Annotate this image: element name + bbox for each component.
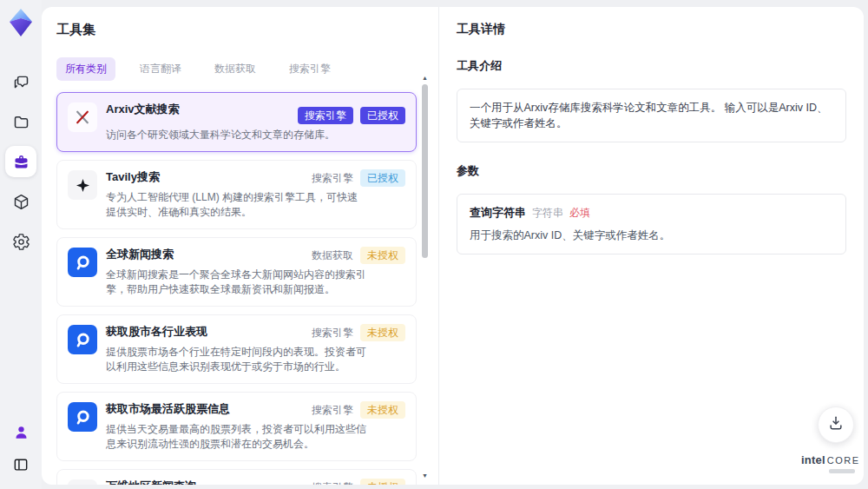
intel-core-logo: intelCORE: [801, 452, 855, 473]
list-scrollbar[interactable]: ▲ ▼: [421, 74, 429, 479]
left-rail: [0, 0, 42, 489]
nav-packages-button[interactable]: [5, 186, 36, 217]
download-icon: [827, 414, 845, 435]
auth-status-badge: 未授权: [360, 479, 405, 485]
tool-card[interactable]: 获取市场最活跃股票信息 搜索引擎 未授权 提供当天交易量最高的股票列表，投资者可…: [56, 392, 417, 461]
detail-title: 工具详情: [457, 22, 846, 37]
category-tag: 数据获取: [312, 247, 353, 264]
tool-detail-pane: 工具详情 工具介绍 一个用于从Arxiv存储库搜索科学论文和文章的工具。 输入可…: [438, 7, 864, 485]
brand-underline: [829, 469, 855, 473]
blue-magnifier-icon: [68, 248, 97, 277]
auth-status-badge: 未授权: [360, 401, 405, 419]
blue-magnifier-icon: [68, 325, 97, 354]
param-header: 查询字符串 字符串 必填: [470, 205, 833, 221]
param-box: 查询字符串 字符串 必填 用于搜索的Arxiv ID、关键字或作者姓名。: [457, 194, 846, 254]
tool-tags: 搜索引擎 未授权: [296, 401, 405, 419]
scroll-down-icon[interactable]: ▼: [421, 472, 429, 479]
tool-card[interactable]: Tavily搜索 搜索引擎 已授权 专为人工智能代理 (LLM) 构建的搜索引擎…: [56, 160, 417, 229]
tool-tags: 搜索引擎 未授权: [296, 479, 405, 485]
params-heading: 参数: [457, 163, 846, 179]
auth-status-badge: 已授权: [360, 107, 405, 124]
intro-box: 一个用于从Arxiv存储库搜索科学论文和文章的工具。 输入可以是Arxiv ID…: [457, 89, 846, 142]
cube-icon: [12, 193, 30, 211]
param-description: 用于搜索的Arxiv ID、关键字或作者姓名。: [470, 228, 833, 243]
toolbox-icon: [12, 153, 30, 171]
tool-name: 万维地区新闻查询: [106, 479, 196, 485]
tool-tags: 搜索引擎 已授权: [296, 169, 405, 187]
scrollbar-thumb[interactable]: [422, 84, 428, 258]
param-type: 字符串: [532, 206, 563, 221]
chat-icon: [12, 73, 30, 91]
brand-secondary: CORE: [827, 455, 860, 466]
tool-list-pane: 工具集 所有类别 语言翻译 数据获取 搜索引擎 Arxiv文献搜索 搜索引擎 已…: [42, 7, 438, 485]
category-tag: 搜索引擎: [312, 479, 353, 485]
download-button[interactable]: [818, 406, 854, 443]
tool-description: 专为人工智能代理 (LLM) 构建的搜索引擎工具，可快速提供实时、准确和真实的结…: [106, 190, 366, 220]
tool-description: 提供股票市场各个行业在特定时间段内的表现。投资者可以利用这些信息来识别表现优于或…: [106, 345, 366, 374]
intro-heading: 工具介绍: [457, 58, 846, 74]
tool-description: 提供当天交易量最高的股票列表，投资者可以利用这些信息来识别流动性强的股票和潜在的…: [106, 422, 366, 452]
nav-files-button[interactable]: [5, 106, 36, 137]
tool-tags: 数据获取 未授权: [296, 247, 405, 264]
auth-status-badge: 未授权: [360, 247, 405, 264]
tool-name: 获取市场最活跃股票信息: [106, 401, 230, 416]
tab-language-translation[interactable]: 语言翻译: [131, 57, 190, 81]
arxiv-icon: [68, 102, 97, 132]
nav-settings-button[interactable]: [5, 226, 36, 257]
tool-name: 全球新闻搜索: [106, 247, 174, 261]
tool-tags: 搜索引擎 已授权: [282, 102, 405, 124]
tool-card[interactable]: Arxiv文献搜索 搜索引擎 已授权 访问各个研究领域大量科学论文和文章的存储库…: [56, 92, 417, 152]
page-title: 工具集: [56, 22, 438, 38]
auth-status-badge: 已授权: [360, 169, 405, 187]
tool-name: 获取股市各行业表现: [106, 324, 207, 339]
tool-description: 访问各个研究领域大量科学论文和文章的存储库。: [106, 128, 340, 142]
nav-chat-button[interactable]: [5, 66, 36, 97]
category-tag: 搜索引擎: [298, 107, 353, 124]
tool-name: Tavily搜索: [106, 169, 160, 184]
tool-name: Arxiv文献搜索: [106, 102, 180, 116]
newspaper-icon: [68, 479, 97, 485]
tool-card[interactable]: 万维地区新闻查询 搜索引擎 未授权 查询具体行政区划内的新闻，快速了解各地新闻动: [56, 469, 417, 485]
tool-card[interactable]: 获取股市各行业表现 搜索引擎 未授权 提供股票市场各个行业在特定时间段内的表现。…: [56, 314, 417, 384]
tool-tags: 搜索引擎 未授权: [296, 324, 405, 341]
category-tag: 搜索引擎: [312, 169, 353, 187]
category-tabs: 所有类别 语言翻译 数据获取 搜索引擎: [56, 57, 438, 81]
main-panel: 工具集 所有类别 语言翻译 数据获取 搜索引擎 Arxiv文献搜索 搜索引擎 已…: [42, 7, 864, 485]
tool-list: Arxiv文献搜索 搜索引擎 已授权 访问各个研究领域大量科学论文和文章的存储库…: [56, 92, 417, 485]
category-tag: 搜索引擎: [312, 324, 353, 341]
category-tag: 搜索引擎: [312, 401, 353, 419]
tool-card[interactable]: 全球新闻搜索 数据获取 未授权 全球新闻搜索是一个聚合全球各大新闻网站内容的搜索…: [56, 237, 417, 307]
tab-data-fetch[interactable]: 数据获取: [206, 57, 265, 81]
tab-all-categories[interactable]: 所有类别: [56, 57, 115, 81]
folder-icon: [12, 113, 30, 131]
user-profile-button[interactable]: [5, 416, 36, 447]
nav-tools-button[interactable]: [5, 146, 36, 177]
collapse-sidebar-button[interactable]: [5, 449, 36, 480]
tavily-icon: [68, 170, 97, 200]
scroll-up-icon[interactable]: ▲: [421, 74, 429, 82]
auth-status-badge: 未授权: [360, 324, 405, 341]
intro-text: 一个用于从Arxiv存储库搜索科学论文和文章的工具。 输入可以是Arxiv ID…: [470, 100, 833, 131]
app-logo: [6, 7, 36, 38]
param-name: 查询字符串: [470, 205, 526, 221]
param-required-badge: 必填: [569, 206, 590, 221]
panel-toggle-icon: [12, 456, 30, 473]
brand-primary: intel: [801, 453, 825, 466]
tab-search-engine[interactable]: 搜索引擎: [280, 57, 339, 81]
gear-icon: [12, 233, 30, 251]
blue-magnifier-icon: [68, 402, 97, 432]
user-avatar-icon: [13, 424, 30, 440]
tool-description: 全球新闻搜索是一个聚合全球各大新闻网站内容的搜索引擎，帮助用户快速获取全球最新资…: [106, 268, 366, 297]
